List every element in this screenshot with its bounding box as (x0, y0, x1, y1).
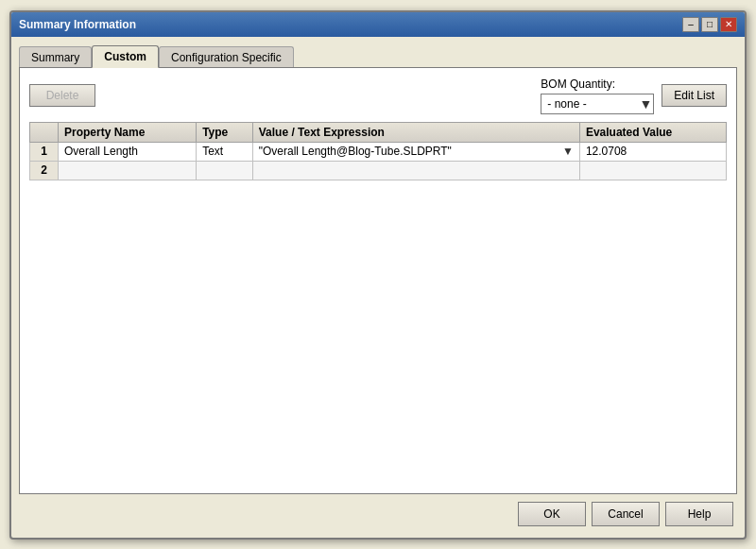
toolbar-right: BOM Quantity: - none - ▼ Edit List (541, 77, 727, 114)
delete-button[interactable]: Delete (29, 84, 95, 107)
bom-quantity-row: - none - ▼ (541, 94, 654, 114)
tab-configuration-specific[interactable]: Configuration Specific (159, 46, 294, 68)
tab-content: Delete BOM Quantity: - none - ▼ (19, 67, 737, 494)
tab-custom[interactable]: Custom (92, 45, 159, 68)
row-1-num: 1 (30, 142, 59, 161)
toolbar-row: Delete BOM Quantity: - none - ▼ (29, 77, 727, 114)
col-header-value: Value / Text Expression (252, 122, 579, 142)
row-1-value-cell: "Overall Length@Blog-Tube.SLDPRT" ▼ (259, 145, 574, 158)
table-row[interactable]: 1 Overall Length Text "Overall Length@Bl… (30, 142, 727, 161)
col-header-num (30, 122, 59, 142)
maximize-button[interactable]: □ (701, 17, 718, 32)
title-bar-controls: – □ ✕ (682, 17, 737, 32)
row-2-property-name[interactable] (59, 161, 197, 180)
table-header-row: Property Name Type Value / Text Expressi… (30, 122, 727, 142)
minimize-button[interactable]: – (682, 17, 699, 32)
edit-list-button[interactable]: Edit List (662, 84, 727, 107)
bom-quantity-dropdown-wrapper: - none - ▼ (541, 94, 654, 114)
row-2-type[interactable] (197, 161, 253, 180)
table-row[interactable]: 2 (30, 161, 727, 180)
title-bar: Summary Information – □ ✕ (11, 12, 745, 37)
footer: OK Cancel Help (19, 494, 737, 530)
cancel-button[interactable]: Cancel (592, 502, 660, 526)
col-header-property-name: Property Name (59, 122, 197, 142)
main-window: Summary Information – □ ✕ Summary Custom… (9, 10, 747, 540)
row-2-num: 2 (30, 161, 59, 180)
help-button[interactable]: Help (665, 502, 733, 526)
bom-quantity-dropdown[interactable]: - none - (541, 94, 654, 114)
table-container: Property Name Type Value / Text Expressi… (29, 122, 727, 484)
col-header-type: Type (197, 122, 253, 142)
row-1-property-name[interactable]: Overall Length (59, 142, 197, 161)
ok-button[interactable]: OK (518, 502, 586, 526)
tab-bar: Summary Custom Configuration Specific (19, 44, 737, 67)
row-2-evaluated (579, 161, 726, 180)
row-1-value-text: "Overall Length@Blog-Tube.SLDPRT" (259, 145, 452, 158)
toolbar-left: Delete (29, 84, 95, 107)
close-button[interactable]: ✕ (720, 17, 737, 32)
row-1-value[interactable]: "Overall Length@Blog-Tube.SLDPRT" ▼ (252, 142, 579, 161)
row-1-dropdown-icon[interactable]: ▼ (562, 145, 574, 158)
row-1-type[interactable]: Text (197, 142, 253, 161)
col-header-evaluated: Evaluated Value (579, 122, 726, 142)
window-content: Summary Custom Configuration Specific De… (11, 37, 745, 538)
bom-quantity-group: BOM Quantity: - none - ▼ (541, 77, 654, 114)
properties-table: Property Name Type Value / Text Expressi… (29, 122, 727, 180)
bom-quantity-label: BOM Quantity: (541, 77, 615, 91)
row-2-value[interactable] (252, 161, 579, 180)
tab-summary[interactable]: Summary (19, 46, 92, 68)
window-title: Summary Information (19, 18, 136, 31)
row-1-evaluated: 12.0708 (579, 142, 726, 161)
